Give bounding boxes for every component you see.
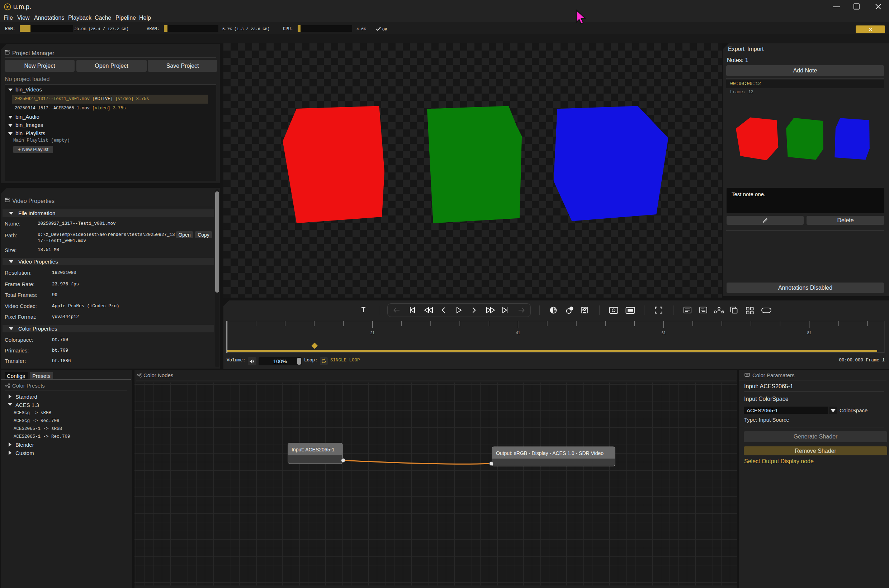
svg-text:Input: ACES2065-1: Input: ACES2065-1 [291,447,335,453]
svg-text:61: 61 [662,331,666,335]
svg-text:Output: sRGB - Display - ACES: Output: sRGB - Display - ACES 1.0 - SDR … [496,450,604,456]
svg-text:41: 41 [516,331,520,335]
svg-text:81: 81 [807,331,811,335]
svg-text:21: 21 [371,331,375,335]
